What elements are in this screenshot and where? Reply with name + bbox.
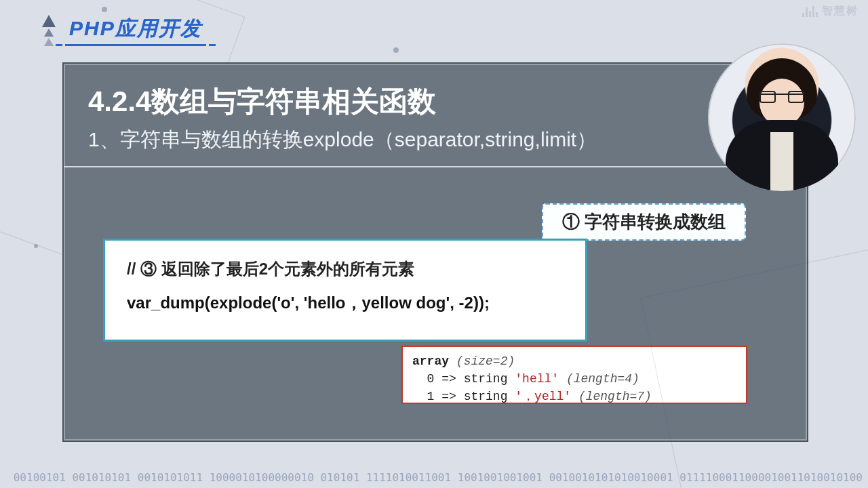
out-idx-1: 1 xyxy=(427,390,435,403)
out-size: (size=2) xyxy=(456,354,515,368)
out-type: string xyxy=(464,390,508,403)
slide-subtitle: 1、字符串与数组的转换explode（separator,string,limi… xyxy=(64,125,807,163)
out-len-1: (length=7) xyxy=(578,390,652,403)
out-idx-0: 0 xyxy=(427,372,435,386)
out-val-1: '，yell' xyxy=(515,390,571,403)
out-val-0: 'hell' xyxy=(515,372,559,386)
slide-title: 4.2.4数组与字符串相关函数 xyxy=(64,64,807,125)
slide: 4.2.4数组与字符串相关函数 1、字符串与数组的转换explode（separ… xyxy=(62,62,808,442)
callout-box: ① 字符串转换成数组 xyxy=(542,203,746,241)
out-arrow: => xyxy=(441,390,456,403)
code-example-box: // ③ 返回除了最后2个元素外的所有元素 var_dump(explode('… xyxy=(103,239,587,342)
code-comment: // ③ 返回除了最后2个元素外的所有元素 xyxy=(127,258,564,280)
decorative-binary: 00100101 001010101 0010101011 1000010100… xyxy=(14,472,863,484)
header: PHP应用开发 xyxy=(42,15,206,46)
out-len-0: (length=4) xyxy=(566,372,639,386)
watermark-text: 智慧树 xyxy=(822,4,859,18)
decorative-arrows xyxy=(42,15,56,46)
watermark: 智慧树 xyxy=(802,4,859,18)
output-box: array (size=2) 0 => string 'hell' (lengt… xyxy=(401,346,747,404)
presenter-video-bubble xyxy=(708,43,856,191)
sound-bars-icon xyxy=(802,6,818,17)
course-title: PHP应用开发 xyxy=(65,15,206,46)
out-arrow: => xyxy=(441,372,456,386)
out-type: string xyxy=(464,372,508,386)
code-line: var_dump(explode('o', 'hello，yellow dog'… xyxy=(127,292,564,314)
out-keyword: array xyxy=(412,354,449,368)
divider xyxy=(64,166,807,167)
